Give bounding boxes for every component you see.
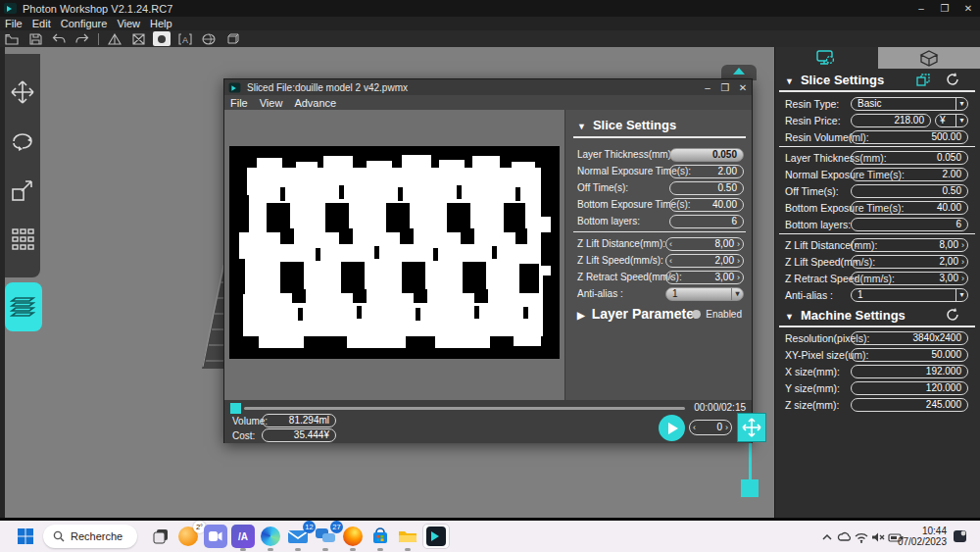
machine-settings-header[interactable]: Machine Settings [785, 308, 906, 323]
open-file-icon[interactable] [0, 31, 24, 46]
z-lift-speed-spinner[interactable]: ‹2,00› [851, 255, 968, 269]
array-tool-icon[interactable] [9, 226, 36, 253]
text-tool-icon[interactable]: A [173, 31, 197, 46]
menu-edit[interactable]: Edit [27, 18, 56, 29]
refresh-icon[interactable] [944, 72, 961, 87]
slice-tool-button[interactable] [5, 282, 42, 331]
menu-file[interactable]: File [0, 18, 27, 29]
rotate-tool-icon[interactable] [9, 127, 36, 155]
layer-thickness-field[interactable]: 0.050 [669, 148, 744, 162]
z-retract-speed-spinner[interactable]: ‹3,00› [851, 272, 968, 285]
chat-app-button[interactable] [204, 525, 227, 548]
mail-app-button[interactable]: 12 [286, 525, 310, 548]
layer-parameter-header[interactable]: Layer Parameter [577, 306, 699, 322]
close-button[interactable]: ✕ [956, 3, 980, 14]
spinner-right-icon[interactable]: › [961, 239, 964, 251]
enabled-radio-icon[interactable] [692, 310, 701, 319]
task-view-button[interactable] [149, 525, 172, 548]
z-retract-speed-spinner[interactable]: ‹3,00› [665, 271, 744, 284]
start-button[interactable] [14, 525, 37, 548]
minimize-button[interactable]: – [909, 3, 933, 14]
normal-exposure-field[interactable]: 2.00 [669, 165, 744, 178]
tab-slice-settings[interactable] [775, 47, 878, 69]
bottom-layers-field[interactable]: 6 [669, 215, 744, 228]
spinner-right-icon[interactable]: › [961, 256, 964, 268]
antialias-dropdown[interactable]: 1 [851, 288, 968, 302]
dialog-titlebar[interactable]: Sliced File:douille model 2 v42.pwmx – ❒… [224, 79, 752, 95]
z-lift-distance-spinner[interactable]: ‹8,00› [851, 238, 968, 252]
dialog-menu-file[interactable]: File [224, 97, 254, 109]
menu-help[interactable]: Help [145, 18, 177, 29]
dropdown-arrow-icon[interactable] [956, 115, 967, 126]
currency-dropdown[interactable]: ¥ [935, 114, 968, 127]
dialog-menu-view[interactable]: View [254, 97, 289, 109]
viewport-canvas[interactable]: Sliced File:douille model 2 v42.pwmx – ❒… [0, 47, 774, 518]
resin-price-field[interactable]: 218.00 [851, 114, 931, 127]
teams-app-button[interactable]: 27 [314, 525, 337, 548]
layer-parameter-status[interactable]: Enabled [692, 309, 742, 320]
spinner-right-icon[interactable]: › [961, 273, 964, 284]
playback-slider-handle[interactable] [230, 403, 241, 414]
app-a-button[interactable]: /A [231, 525, 255, 548]
layer-slider-handle[interactable] [741, 479, 759, 497]
dialog-slice-settings-header[interactable]: Slice Settings [577, 118, 676, 132]
notification-center-icon[interactable] [953, 528, 968, 548]
dialog-maximize-button[interactable]: ❒ [716, 82, 734, 93]
bottom-exposure-field[interactable]: 40.00 [669, 198, 744, 212]
move-tool-icon[interactable] [9, 78, 36, 106]
mirror-icon[interactable] [103, 31, 126, 46]
play-button[interactable] [659, 415, 685, 441]
bottom-exposure-field[interactable]: 40.00 [851, 201, 968, 215]
z-lift-speed-spinner[interactable]: ‹2,00› [665, 254, 744, 268]
photon-workshop-taskbar-button[interactable] [422, 524, 450, 549]
resin-volume-field[interactable]: 500.00 [851, 130, 968, 144]
save-file-icon[interactable] [24, 31, 47, 46]
pan-view-button[interactable] [737, 413, 766, 442]
off-time-field[interactable]: 0.50 [851, 184, 968, 198]
layer-number-spinner[interactable]: ‹0› [689, 420, 732, 435]
layer-preview-area[interactable] [224, 110, 564, 400]
taskbar-clock[interactable]: 10:44 07/02/2023 [898, 526, 947, 547]
edge-browser-button[interactable] [259, 525, 282, 548]
antialias-dropdown[interactable]: 1 [665, 287, 744, 301]
layer-thickness-field[interactable]: 0.050 [851, 151, 968, 165]
dialog-minimize-button[interactable]: – [699, 82, 716, 93]
store-button[interactable] [368, 525, 392, 548]
dropdown-arrow-icon[interactable] [956, 289, 967, 301]
z-lift-distance-spinner[interactable]: ‹8,00› [665, 237, 744, 251]
delete-icon[interactable] [126, 31, 150, 46]
dialog-close-button[interactable]: ✕ [734, 82, 752, 93]
spinner-right-icon[interactable]: › [737, 238, 740, 250]
normal-exposure-field[interactable]: 2.00 [851, 168, 968, 181]
resin-type-dropdown[interactable]: Basic [851, 97, 968, 111]
sphere-view-icon[interactable] [197, 31, 220, 46]
spinner-right-icon[interactable]: › [725, 422, 728, 433]
refresh-icon[interactable] [944, 307, 961, 323]
dropdown-arrow-icon[interactable] [731, 288, 743, 300]
weather-widget[interactable]: 2° [176, 525, 200, 548]
wifi-icon[interactable] [855, 529, 868, 547]
onedrive-cloud-icon[interactable] [837, 529, 853, 547]
panel-slice-settings-header[interactable]: Slice Settings [785, 73, 884, 87]
playback-slider-track[interactable] [244, 407, 685, 410]
firefox-button[interactable] [341, 525, 365, 548]
file-explorer-button[interactable] [396, 525, 419, 548]
redo-icon[interactable] [71, 31, 94, 46]
spinner-right-icon[interactable]: › [737, 255, 740, 267]
undo-icon[interactable] [47, 31, 71, 46]
off-time-field[interactable]: 0.50 [669, 181, 744, 195]
scale-tool-icon[interactable] [9, 176, 36, 204]
sync-settings-icon[interactable] [914, 73, 932, 88]
tray-chevron-icon[interactable] [821, 529, 833, 547]
spinner-right-icon[interactable]: › [737, 272, 740, 283]
bottom-layers-field[interactable]: 6 [851, 218, 968, 231]
menu-view[interactable]: View [112, 18, 145, 29]
restore-button[interactable]: ❐ [933, 3, 956, 14]
dialog-menu-advance[interactable]: Advance [288, 97, 342, 109]
hole-detect-icon[interactable] [153, 31, 171, 46]
dropdown-arrow-icon[interactable] [956, 98, 967, 110]
taskbar-search[interactable]: Recherche [43, 525, 137, 548]
menu-configure[interactable]: Configure [56, 18, 113, 29]
tab-machine[interactable] [878, 47, 980, 69]
volume-muted-icon[interactable] [871, 529, 885, 547]
